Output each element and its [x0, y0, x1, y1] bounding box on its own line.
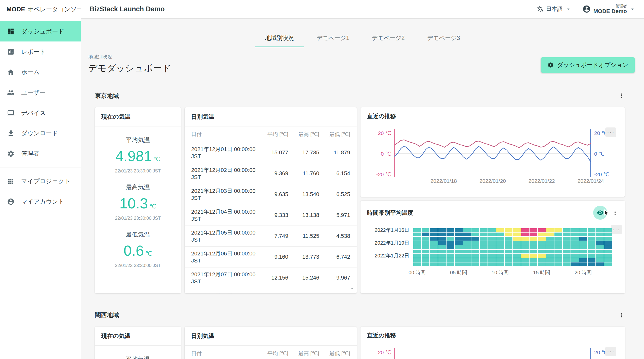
heatmap-cell[interactable]: [530, 262, 537, 266]
heatmap-cell[interactable]: [505, 233, 512, 236]
heatmap-cell[interactable]: [413, 233, 421, 236]
heatmap-cell[interactable]: [604, 245, 612, 249]
chart-more-button[interactable]: ···: [605, 127, 616, 137]
heatmap-cell[interactable]: [463, 254, 471, 258]
heatmap-cell[interactable]: [430, 241, 438, 245]
heatmap-cell[interactable]: [554, 233, 562, 236]
user-menu[interactable]: 管理者 MODE Demo: [582, 4, 635, 15]
heatmap-cell[interactable]: [588, 241, 595, 245]
heatmap-cell[interactable]: [604, 258, 612, 262]
heatmap-cell[interactable]: [496, 262, 504, 266]
heatmap-cell[interactable]: [571, 228, 579, 232]
heatmap-cell[interactable]: [447, 245, 454, 249]
heatmap-cell[interactable]: [554, 237, 562, 241]
heatmap-cell[interactable]: [513, 237, 521, 241]
heatmap-cell[interactable]: [571, 233, 579, 236]
heatmap-cell[interactable]: [546, 237, 554, 241]
heatmap-cell[interactable]: [422, 254, 429, 258]
heatmap-cell[interactable]: [463, 233, 471, 236]
heatmap-cell[interactable]: [604, 250, 612, 253]
heatmap-cell[interactable]: [413, 258, 421, 262]
heatmap-cell[interactable]: [438, 254, 446, 258]
heatmap-cell[interactable]: [554, 250, 562, 253]
heatmap-cell[interactable]: [471, 254, 479, 258]
heatmap-cell[interactable]: [438, 237, 446, 241]
heatmap-cell[interactable]: [496, 241, 504, 245]
heatmap-cell[interactable]: [579, 250, 587, 253]
heatmap-cell[interactable]: [471, 237, 479, 241]
heatmap-cell[interactable]: [422, 233, 429, 236]
heatmap-cell[interactable]: [430, 237, 438, 241]
heatmap-cell[interactable]: [438, 228, 446, 232]
heatmap-cell[interactable]: [563, 258, 571, 262]
tab-regional-status[interactable]: 地域別状況: [255, 30, 304, 47]
heatmap-cell[interactable]: [471, 228, 479, 232]
heatmap-cell[interactable]: [480, 237, 488, 241]
heatmap-cell[interactable]: [513, 254, 521, 258]
sidebar-item-home[interactable]: ホーム: [0, 62, 81, 82]
heatmap-cell[interactable]: [413, 237, 421, 241]
heatmap-cell[interactable]: [480, 245, 488, 249]
heatmap-cell[interactable]: [430, 262, 438, 266]
heatmap-cell[interactable]: [546, 228, 554, 232]
heatmap-cell[interactable]: [604, 233, 612, 236]
language-selector[interactable]: 日本語: [537, 5, 571, 13]
heatmap-cell[interactable]: [438, 241, 446, 245]
heatmap-cell[interactable]: [430, 228, 438, 232]
heatmap-cell[interactable]: [463, 258, 471, 262]
heatmap-cell[interactable]: [521, 250, 529, 253]
heatmap-cell[interactable]: [488, 258, 496, 262]
heatmap-cell[interactable]: [588, 228, 595, 232]
heatmap-cell[interactable]: [596, 254, 604, 258]
heatmap-cell[interactable]: [530, 241, 537, 245]
dashboard-options-button[interactable]: ダッシュボードオプション: [541, 57, 635, 73]
heatmap-cell[interactable]: [596, 258, 604, 262]
heatmap-cell[interactable]: [563, 254, 571, 258]
heatmap-cell[interactable]: [554, 245, 562, 249]
heatmap-cell[interactable]: [513, 228, 521, 232]
heatmap-cell[interactable]: [588, 262, 595, 266]
heatmap-cell[interactable]: [588, 237, 595, 241]
heatmap-cell[interactable]: [588, 233, 595, 236]
heatmap-cell[interactable]: [505, 245, 512, 249]
heatmap-cell[interactable]: [596, 237, 604, 241]
heatmap-cell[interactable]: [596, 241, 604, 245]
heatmap-cell[interactable]: [480, 262, 488, 266]
heatmap-cell[interactable]: [488, 237, 496, 241]
heatmap-cell[interactable]: [455, 237, 463, 241]
heatmap-cell[interactable]: [430, 233, 438, 236]
heatmap-cell[interactable]: [563, 250, 571, 253]
heatmap-cell[interactable]: [438, 245, 446, 249]
heatmap-cell[interactable]: [455, 262, 463, 266]
heatmap-cell[interactable]: [563, 241, 571, 245]
heatmap-cell[interactable]: [505, 228, 512, 232]
heatmap-cell[interactable]: [538, 241, 546, 245]
heatmap-cell[interactable]: [521, 233, 529, 236]
heatmap-cell[interactable]: [571, 241, 579, 245]
heatmap-cell[interactable]: [588, 250, 595, 253]
heatmap-cell[interactable]: [438, 233, 446, 236]
heatmap-cell[interactable]: [521, 237, 529, 241]
heatmap-cell[interactable]: [563, 245, 571, 249]
heatmap-cell[interactable]: [546, 254, 554, 258]
heatmap-cell[interactable]: [488, 245, 496, 249]
heatmap-cell[interactable]: [496, 250, 504, 253]
heatmap-cell[interactable]: [546, 258, 554, 262]
heatmap-cell[interactable]: [447, 262, 454, 266]
heatmap-cell[interactable]: [455, 250, 463, 253]
heatmap-cell[interactable]: [579, 233, 587, 236]
heatmap-cell[interactable]: [571, 262, 579, 266]
heatmap-cell[interactable]: [455, 228, 463, 232]
heatmap-cell[interactable]: [546, 262, 554, 266]
heatmap-cell[interactable]: [447, 258, 454, 262]
heatmap-cell[interactable]: [513, 233, 521, 236]
heatmap-cell[interactable]: [579, 262, 587, 266]
scroll-down-icon[interactable]: [349, 286, 355, 292]
heatmap-cell[interactable]: [480, 228, 488, 232]
heatmap-cell[interactable]: [496, 245, 504, 249]
heatmap-cell[interactable]: [604, 237, 612, 241]
heatmap-cell[interactable]: [471, 258, 479, 262]
heatmap-cell[interactable]: [521, 262, 529, 266]
heatmap-cell[interactable]: [546, 241, 554, 245]
heatmap-cell[interactable]: [571, 245, 579, 249]
